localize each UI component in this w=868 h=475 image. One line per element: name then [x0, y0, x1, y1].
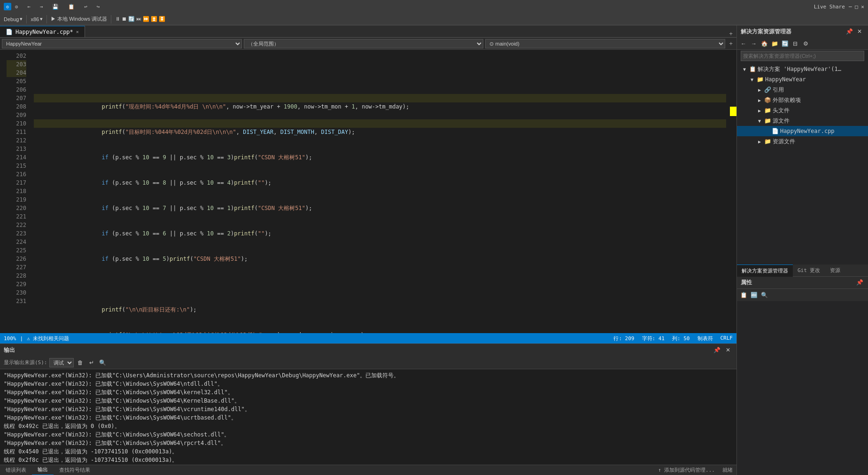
line-num-205: 205 [7, 77, 26, 86]
properties-toolbar: 📋 🔤 🔍 [737, 289, 868, 301]
status-right: 行: 209 字符: 41 列: 50 制表符 CRLF [613, 335, 733, 342]
sidebar-show-files[interactable]: 📁 [770, 39, 779, 48]
output-pin[interactable]: 📌 [712, 345, 721, 355]
line-num-209: 209 [7, 111, 26, 119]
title-bar: ⊙ ⊙ ← → 💾 📋 ↩ ↪ Live Share ─ □ ✕ [0, 0, 868, 13]
tree-resources[interactable]: ▶ 📁 资源文件 [737, 136, 868, 147]
sidebar-refresh[interactable]: 🔄 [780, 39, 790, 48]
tree-arrow-sources: ▼ [756, 118, 763, 124]
code-nav-global[interactable]: （全局范围） [244, 39, 484, 48]
sidebar-collapse[interactable]: ⊟ [790, 39, 800, 48]
toolbar-sep-2 [46, 15, 47, 23]
tree-icon-headers: 📁 [763, 107, 772, 114]
sidebar-tab-solution[interactable]: 解决方案资源管理器 [737, 265, 793, 277]
line-num-210: 210 [7, 119, 26, 128]
tab-errors[interactable]: 错误列表 [0, 465, 32, 475]
tree-sources[interactable]: ▼ 📁 源文件 [737, 116, 868, 126]
toolbar-sep-1 [26, 15, 27, 23]
tree-label-external: 外部依赖项 [773, 96, 801, 104]
zoom-level[interactable]: 100% [4, 335, 16, 342]
tree-main-cpp[interactable]: 📄 HappyNewYear.cpp [737, 126, 868, 136]
output-find[interactable]: 🔍 [98, 358, 108, 367]
app-icon: ⊙ [4, 3, 11, 10]
output-close[interactable]: ✕ [723, 345, 733, 355]
sidebar-toolbar: ← → 🏠 📁 🔄 ⊟ ⚙ [737, 38, 868, 50]
properties-search[interactable]: 🔍 [760, 290, 769, 300]
code-line-203: printf("现在时间:%4d年%4d月%d日 \n\n\n", now->t… [34, 94, 726, 102]
sidebar-pin-btn[interactable]: 📌 [845, 27, 854, 36]
app: ⊙ ⊙ ← → 💾 📋 ↩ ↪ Live Share ─ □ ✕ Debug ▾… [0, 0, 868, 475]
code-line-211: printf("\n\n距目标日还有:\n"); [34, 297, 726, 305]
output-line-2: "HappyNewYear.exe"(Win32): 已加载"C:\Window… [4, 380, 733, 388]
new-tab-btn[interactable]: + [725, 30, 736, 37]
sidebar-tabs: 解决方案资源管理器 Git 更改 资源 [737, 265, 868, 277]
tab-happynewyear[interactable]: 📄 HappyNewYear.cpp* ✕ [0, 26, 85, 37]
tree-external-deps[interactable]: ▶ 📦 外部依赖项 [737, 95, 868, 105]
code-line-207: if (p.sec % 10 == 7 || p.sec % 10 == 1)p… [34, 195, 726, 204]
sidebar-search-input[interactable] [741, 51, 864, 61]
code-line-208: if (p.sec % 10 == 6 || p.sec % 10 == 2)p… [34, 221, 726, 229]
output-source-select[interactable]: 调试 [49, 358, 74, 367]
code-nav-add[interactable]: + [727, 40, 735, 47]
tree-label-resources: 资源文件 [773, 138, 795, 146]
tree-label-solution: 解决方案 'HappyNewYear'(1… [758, 65, 841, 73]
properties-alphabetical[interactable]: 🔤 [749, 290, 759, 300]
sidebar-nav-back[interactable]: ← [739, 39, 748, 48]
tree-icon-project: 📁 [756, 76, 764, 83]
tree-project[interactable]: ▼ 📁 HappyNewYear [737, 74, 868, 85]
close-controls: ─ □ ✕ [849, 4, 864, 10]
sidebar-tab-git[interactable]: Git 更改 [793, 265, 825, 277]
line-num-225: 225 [7, 246, 26, 255]
toolbar-extra[interactable]: ⏸ ⏹ 🔄 ⏭ ⏩ ⏫ ⏬ [113, 14, 167, 24]
properties-by-category[interactable]: 📋 [739, 290, 748, 300]
line-num-216: 216 [7, 170, 26, 179]
tree-icon-resources: 📁 [763, 138, 772, 145]
error-indicator[interactable]: ⚠ 未找到相关问题 [27, 335, 69, 342]
code-nav-function[interactable]: ⊙ main(void) [485, 39, 725, 48]
sidebar-header-buttons: 📌 ✕ [845, 27, 864, 36]
line-num-215: 215 [7, 162, 26, 170]
status-left: 100% | ⚠ 未找到相关问题 [4, 335, 69, 342]
output-bottom-tabs: 错误列表 输出 查找符号结果 ↑ 添加到源代码管理... 就绪 [0, 465, 736, 475]
breakpoint-margin [0, 50, 7, 333]
output-panel: 输出 📌 ✕ 显示输出来源(S): 调试 🗑 ↵ 🔍 [0, 343, 736, 475]
output-clear[interactable]: 🗑 [76, 358, 85, 367]
tree-icon-external: 📦 [763, 97, 772, 103]
live-share-btn[interactable]: Live Share [814, 4, 845, 10]
line-num-221: 221 [7, 212, 26, 221]
tree-references[interactable]: ▶ 🔗 引用 [737, 85, 868, 95]
sidebar-tab-resources[interactable]: 资源 [825, 265, 845, 277]
output-word-wrap[interactable]: ↵ [87, 358, 96, 367]
tree-arrow-resources: ▶ [756, 139, 763, 144]
scroll-marker [730, 107, 736, 116]
code-nav-scope[interactable]: HappyNewYear [2, 39, 242, 48]
line-num-203: 203 [7, 60, 26, 69]
sidebar-home[interactable]: 🏠 [760, 39, 769, 48]
sidebar-settings[interactable]: ⚙ [801, 39, 810, 48]
sidebar-nav-forward[interactable]: → [749, 39, 759, 48]
tree-headers[interactable]: ▶ 📁 头文件 [737, 105, 868, 116]
line-num-214: 214 [7, 153, 26, 162]
output-title-bar: 输出 📌 ✕ [0, 344, 736, 356]
tab-close[interactable]: ✕ [76, 29, 79, 34]
tab-output[interactable]: 输出 [32, 465, 54, 475]
line-num-204: 204 [7, 69, 26, 77]
output-line-9: "HappyNewYear.exe"(Win32): 已加载"C:\Window… [4, 439, 733, 447]
code-line-210 [34, 272, 726, 280]
code-line-206: if (p.sec % 10 == 8 || p.sec % 10 == 4)p… [34, 170, 726, 179]
add-code-btn[interactable]: ↑ 添加到源代码管理... [654, 467, 719, 474]
tree-icon-references: 🔗 [763, 86, 772, 93]
toolbar-debug[interactable]: Debug ▾ [2, 14, 24, 24]
toolbar-run[interactable]: ▶ 本地 Windows 调试器 [49, 14, 109, 24]
tab-find-symbol[interactable]: 查找符号结果 [54, 465, 96, 475]
tree-solution[interactable]: ▼ 📋 解决方案 'HappyNewYear'(1… [737, 64, 868, 74]
code-line-204: printf("目标时间:%044年%02d月%02d日\n\n\n", DIS… [34, 119, 726, 128]
properties-pin-btn[interactable]: 📌 [855, 278, 864, 287]
output-content[interactable]: "HappyNewYear.exe"(Win32): 已加载"C:\Users\… [0, 369, 736, 465]
line-num-219: 219 [7, 195, 26, 204]
properties-buttons: 📌 [855, 278, 864, 287]
toolbar-platform[interactable]: x86 ▾ [29, 14, 45, 24]
code-content[interactable]: printf("现在时间:%4d年%4d月%d日 \n\n\n", now->t… [30, 50, 730, 333]
title-text: ⊙ ← → 💾 📋 ↩ ↪ [15, 4, 100, 10]
sidebar-close-btn[interactable]: ✕ [855, 27, 864, 36]
